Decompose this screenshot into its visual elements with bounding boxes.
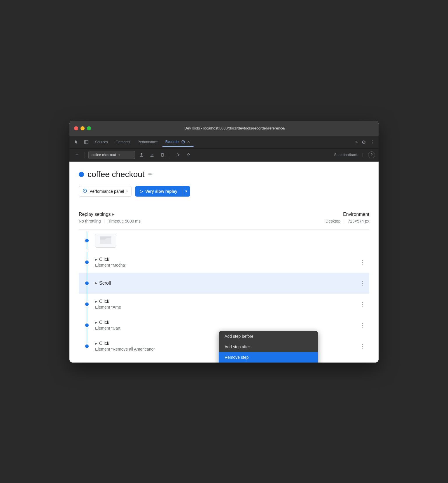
step-timeline	[79, 273, 95, 294]
step-expand-arrow: ▶	[95, 300, 97, 303]
step-dot	[85, 281, 89, 285]
no-throttling-label: No throttling	[79, 219, 101, 223]
timeline-line-top	[87, 273, 87, 280]
dock-icon[interactable]	[82, 137, 91, 147]
timeline-line-top	[87, 315, 87, 322]
step-element-label: Element "Ame	[95, 305, 358, 309]
delete-icon	[160, 153, 165, 157]
step-type-label[interactable]: ▶ Click	[95, 257, 358, 262]
toolbar: + coffee checkout ▾	[69, 149, 379, 162]
step-more-button[interactable]: ⋮	[358, 279, 367, 288]
replay-main-button[interactable]: ▷ Very slow replay	[135, 186, 182, 197]
more-options-icon[interactable]: ⋮	[368, 139, 376, 145]
tab-sources[interactable]: Sources	[92, 137, 111, 147]
context-menu-add-step-after[interactable]: Add step after	[219, 342, 318, 352]
step-dot	[85, 323, 89, 327]
step-dot-container	[79, 343, 95, 349]
play-recording-button[interactable]	[174, 151, 182, 159]
replay-dropdown-button[interactable]: ▾	[182, 186, 190, 197]
add-icon: +	[76, 152, 79, 158]
more-tabs-icon[interactable]: »	[354, 140, 359, 144]
settings-left: Replay settings ▶ No throttling Timeout:…	[79, 212, 141, 223]
context-menu: Add step before Add step after Remove st…	[219, 331, 318, 363]
environment-values: Desktop 723×574 px	[326, 219, 369, 223]
add-recording-button[interactable]: +	[73, 151, 81, 159]
recording-selector[interactable]: coffee checkout ▾	[88, 151, 135, 159]
performance-panel-chevron-icon: ▾	[126, 190, 128, 193]
step-expand-arrow: ▶	[95, 342, 97, 345]
edit-title-icon[interactable]: ✏	[148, 171, 153, 178]
replay-settings-heading[interactable]: Replay settings ▶	[79, 212, 141, 217]
context-menu-remove-step[interactable]: Remove step	[219, 352, 318, 363]
context-menu-add-step-before[interactable]: Add step before	[219, 331, 318, 342]
step-timeline	[79, 252, 95, 273]
recording-thumbnail	[95, 234, 116, 248]
help-button[interactable]: ?	[368, 151, 375, 158]
minimize-button[interactable]	[80, 126, 85, 130]
titlebar: DevTools - localhost:8080/docs/devtools/…	[69, 121, 379, 136]
desktop-label: Desktop	[326, 219, 340, 223]
cursor-icon[interactable]	[72, 137, 81, 147]
recording-chevron-icon: ▾	[118, 153, 120, 157]
performance-panel-label: Performance panel	[90, 189, 124, 194]
step-dot-container	[79, 301, 95, 307]
step-icon	[186, 153, 191, 157]
svg-rect-5	[100, 237, 111, 238]
recorder-tab-close[interactable]: ✕	[187, 140, 190, 144]
replay-button-group: ▷ Very slow replay ▾	[135, 186, 190, 197]
svg-rect-8	[100, 241, 107, 241]
replay-speed-label: Very slow replay	[145, 189, 177, 194]
timeline-line-bottom	[87, 349, 87, 357]
step-thumbnail-row	[79, 230, 369, 252]
step-more-button[interactable]: ⋮	[358, 258, 367, 267]
step-content: ▶ Click Element "Ame	[95, 294, 358, 315]
thumbnail-content	[100, 236, 111, 245]
send-feedback-link[interactable]: Send feedback	[334, 153, 358, 157]
settings-right: Environment Desktop 723×574 px	[326, 212, 369, 223]
step-content: ▶ Click Element "Mocha"	[95, 252, 358, 273]
step-more-button[interactable]: ⋮	[358, 342, 367, 351]
performance-panel-button[interactable]: Performance panel ▾	[79, 186, 132, 197]
tab-performance[interactable]: Performance	[134, 137, 161, 147]
step-element-label: Element "Cart	[95, 326, 358, 330]
environment-heading: Environment	[326, 212, 369, 217]
feedback-separator: |	[362, 152, 363, 158]
tab-recorder[interactable]: Recorder ✕	[162, 137, 194, 147]
settings-icon[interactable]: ⚙	[360, 139, 368, 145]
step-row: ▶ Click Element "Mocha" ⋮	[79, 252, 369, 273]
toolbar-separator-1	[85, 152, 85, 158]
step-type-label[interactable]: ▶ Scroll	[95, 281, 358, 286]
import-button[interactable]	[148, 151, 156, 159]
controls-row: Performance panel ▾ ▷ Very slow replay ▾	[79, 186, 369, 197]
step-connector	[79, 232, 95, 249]
step-expand-arrow: ▶	[95, 258, 97, 261]
recording-header: coffee checkout ✏	[79, 170, 369, 179]
maximize-button[interactable]	[87, 126, 91, 130]
replay-settings-arrow-icon: ▶	[112, 213, 115, 216]
step-timeline	[79, 336, 95, 357]
window-title: DevTools - localhost:8080/docs/devtools/…	[96, 126, 374, 130]
step-content: ▶ Scroll	[95, 273, 358, 294]
timeline-line-bottom	[87, 286, 87, 294]
step-more-button[interactable]: ⋮	[358, 300, 367, 309]
step-expand-arrow: ▶	[95, 321, 97, 324]
svg-rect-7	[100, 239, 105, 240]
step-dot	[85, 239, 89, 242]
step-type-label[interactable]: ▶ Click	[95, 299, 358, 304]
close-button[interactable]	[74, 126, 78, 130]
step-more-button[interactable]: ⋮	[358, 321, 367, 330]
export-button[interactable]	[137, 151, 146, 159]
delete-recording-button[interactable]	[158, 151, 167, 159]
resolution-label: 723×574 px	[348, 219, 369, 223]
step-dot-container	[79, 259, 95, 265]
step-dot-container	[79, 280, 95, 286]
replay-play-icon: ▷	[140, 189, 143, 194]
step-replay-button[interactable]	[184, 151, 192, 159]
tab-elements[interactable]: Elements	[112, 137, 134, 147]
step-element-label: Element "Mocha"	[95, 263, 358, 267]
step-type-label[interactable]: ▶ Click	[95, 320, 358, 325]
step-timeline	[79, 294, 95, 315]
step-row-highlighted: ▶ Scroll ⋮ Add step before Add step afte…	[79, 273, 369, 294]
step-row: ▶ Click Element "Ame ⋮	[79, 294, 369, 315]
timeline-line-top	[87, 336, 87, 343]
